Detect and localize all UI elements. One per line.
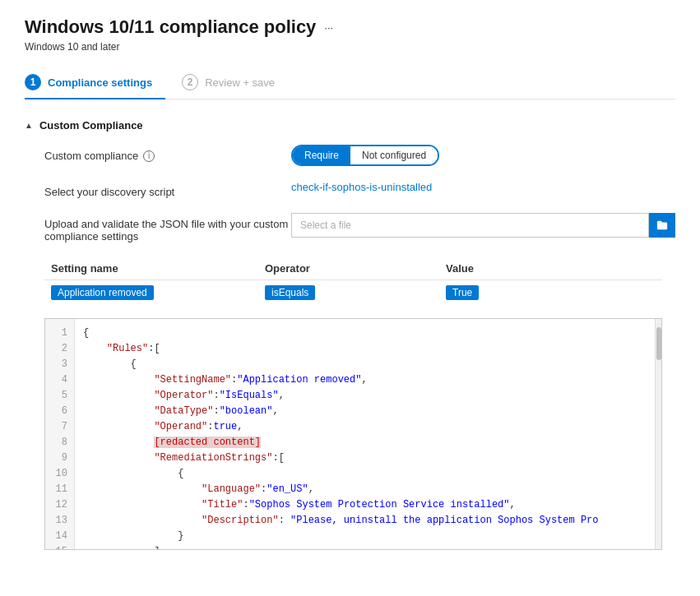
tab-number-2: 2 — [182, 74, 198, 90]
page-subtitle[interactable]: Windows 10 and later — [25, 41, 675, 53]
table-header: Setting name Operator Value — [44, 257, 662, 280]
chevron-icon: ▲ — [25, 121, 33, 130]
section-body: Custom compliance i Require Not configur… — [25, 138, 675, 557]
header-value: Value — [446, 262, 656, 275]
ellipsis-menu[interactable]: ··· — [324, 21, 333, 34]
line-num-10: 10 — [45, 466, 74, 482]
line-num-7: 7 — [45, 419, 74, 435]
file-browse-button[interactable] — [649, 213, 675, 238]
code-editor-inner[interactable]: 1 2 3 4 5 6 7 8 9 10 11 12 13 14 — [45, 319, 661, 549]
page-title: Windows 10/11 compliance policy — [25, 16, 316, 38]
line-num-13: 13 — [45, 513, 74, 529]
upload-json-row: Upload and validate the JSON file with y… — [44, 213, 675, 243]
line-numbers: 1 2 3 4 5 6 7 8 9 10 11 12 13 14 — [45, 319, 75, 549]
line-num-2: 2 — [45, 341, 74, 357]
line-num-12: 12 — [45, 497, 74, 513]
discovery-script-row: Select your discovery script check-if-so… — [44, 181, 675, 198]
setting-name-highlighted: Application removed — [51, 285, 154, 300]
tab-review-save[interactable]: 2 Review + save — [182, 67, 288, 99]
upload-json-label: Upload and validate the JSON file with y… — [44, 213, 291, 243]
discovery-script-control: check-if-sophos-is-uninstalled — [291, 181, 675, 193]
operator-highlighted: isEquals — [265, 285, 315, 300]
line-num-6: 6 — [45, 404, 74, 419]
file-placeholder: Select a file — [300, 219, 351, 231]
section-header[interactable]: ▲ Custom Compliance — [25, 113, 675, 138]
discovery-script-link[interactable]: check-if-sophos-is-uninstalled — [291, 181, 432, 193]
line-num-3: 3 — [45, 357, 74, 372]
subtitle-link[interactable]: Windows 10 — [25, 41, 78, 53]
table-row[interactable]: Application removed isEquals True — [44, 280, 662, 305]
require-option[interactable]: Require — [293, 146, 350, 164]
code-editor: 1 2 3 4 5 6 7 8 9 10 11 12 13 14 — [44, 318, 662, 550]
line-num-1: 1 — [45, 326, 74, 341]
line-num-5: 5 — [45, 388, 74, 404]
header-setting-name: Setting name — [51, 262, 265, 275]
line-num-8: 8 — [45, 435, 74, 450]
tabs-row: 1 Compliance settings 2 Review + save — [25, 67, 675, 99]
line-num-15: 15 — [45, 544, 74, 549]
tab-label-compliance: Compliance settings — [48, 76, 152, 89]
info-icon[interactable]: i — [143, 150, 155, 162]
line-num-4: 4 — [45, 372, 74, 388]
line-num-14: 14 — [45, 529, 74, 544]
tab-compliance-settings[interactable]: 1 Compliance settings — [25, 67, 165, 99]
settings-table: Setting name Operator Value Application … — [44, 257, 675, 305]
custom-compliance-label: Custom compliance i — [44, 145, 291, 162]
scrollbar-thumb[interactable] — [656, 327, 661, 360]
file-input-row: Select a file — [291, 213, 675, 238]
line-num-9: 9 — [45, 450, 74, 466]
scrollbar[interactable] — [655, 319, 661, 549]
tab-number-1: 1 — [25, 74, 41, 90]
folder-icon — [656, 219, 668, 231]
subtitle-suffix: and later — [78, 41, 119, 53]
custom-compliance-row: Custom compliance i Require Not configur… — [44, 145, 675, 166]
code-content[interactable]: { "Rules":[ { "SettingName":"Application… — [75, 319, 661, 549]
cell-setting-name: Application removed — [51, 285, 265, 300]
section-custom-compliance: ▲ Custom Compliance Custom compliance i … — [25, 113, 675, 557]
tab-label-review: Review + save — [205, 76, 275, 89]
file-input-box[interactable]: Select a file — [291, 213, 649, 238]
section-label: Custom Compliance — [39, 119, 143, 132]
upload-json-control: Select a file — [291, 213, 675, 238]
line-num-11: 11 — [45, 482, 74, 497]
page-container: Windows 10/11 compliance policy ··· Wind… — [0, 0, 700, 573]
not-configured-option[interactable]: Not configured — [350, 146, 438, 164]
discovery-script-label: Select your discovery script — [44, 181, 291, 198]
custom-compliance-toggle: Require Not configured — [291, 145, 675, 166]
cell-operator: isEquals — [265, 285, 446, 300]
toggle-button[interactable]: Require Not configured — [291, 145, 439, 166]
header-operator: Operator — [265, 262, 446, 275]
value-highlighted: True — [446, 285, 479, 300]
cell-value: True — [446, 285, 656, 300]
